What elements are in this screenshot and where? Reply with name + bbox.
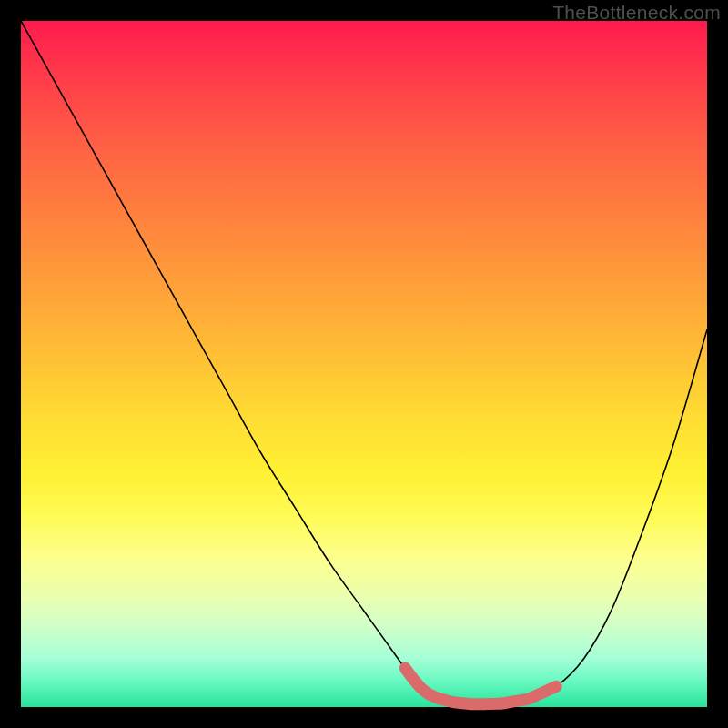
- chart-frame: [21, 21, 707, 707]
- bottleneck-plot: [21, 21, 707, 707]
- optimal-range-highlight: [405, 668, 556, 704]
- bottleneck-curve: [21, 21, 707, 704]
- watermark-text: TheBottleneck.com: [552, 2, 721, 24]
